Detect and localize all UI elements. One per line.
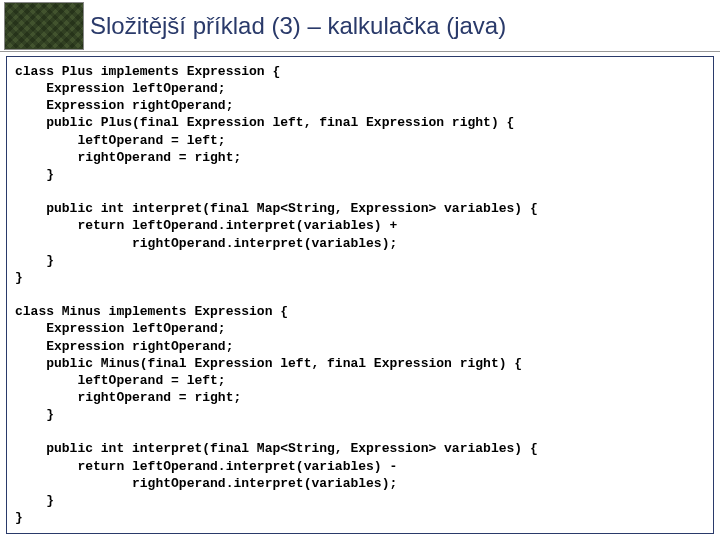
decorative-thumbnail — [4, 2, 84, 50]
slide-header: Složitější příklad (3) – kalkulačka (jav… — [0, 0, 720, 52]
slide-title: Složitější příklad (3) – kalkulačka (jav… — [90, 12, 506, 40]
code-block: class Plus implements Expression { Expre… — [6, 56, 714, 534]
